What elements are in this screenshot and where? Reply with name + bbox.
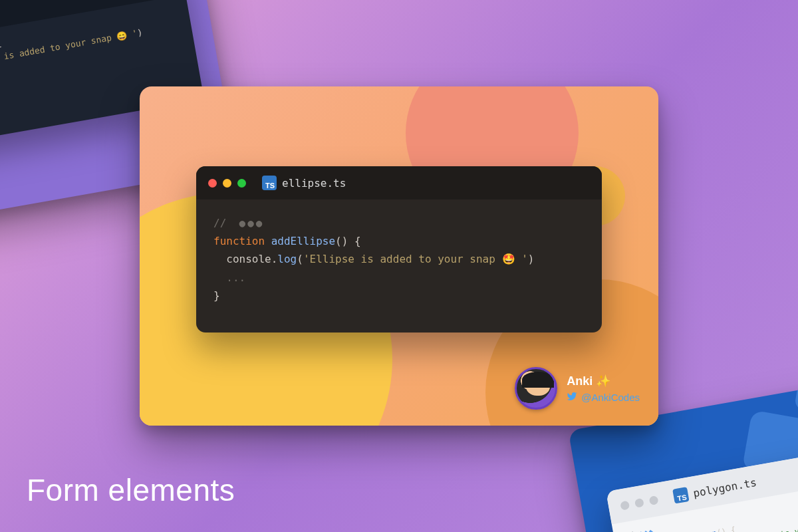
traffic-dot-icon: [634, 497, 644, 507]
file-name: ellipse.ts: [282, 177, 346, 190]
author-badge: Anki ✨ @AnkiCodes: [515, 367, 640, 410]
page-title: Form elements: [27, 472, 235, 508]
snap-card-ellipse: TS ellipse.ts // ●●● function addEllipse…: [140, 86, 658, 426]
author-handle-text: @AnkiCodes: [581, 392, 640, 403]
typescript-icon: TS: [672, 487, 689, 503]
file-badge: TS ellipse.ts: [262, 176, 346, 190]
author-name: Anki ✨: [567, 374, 640, 388]
close-icon[interactable]: [208, 179, 217, 188]
minimize-icon[interactable]: [223, 179, 231, 188]
twitter-icon: [567, 391, 577, 404]
traffic-dot-icon: [620, 500, 630, 510]
file-badge: TS polygon.ts: [672, 475, 757, 504]
file-name: polygon.ts: [692, 475, 757, 499]
maximize-icon[interactable]: [237, 179, 246, 188]
avatar[interactable]: [515, 367, 557, 410]
window-traffic-lights: [208, 179, 246, 188]
traffic-dot-icon: [648, 495, 658, 505]
editor-window-ellipse: TS ellipse.ts // ●●● function addEllipse…: [196, 166, 602, 332]
window-traffic-lights: [620, 495, 658, 510]
author-handle[interactable]: @AnkiCodes: [567, 391, 640, 404]
typescript-icon: TS: [262, 176, 277, 190]
editor-titlebar: TS ellipse.ts: [196, 166, 602, 200]
code-body: // ●●● function addEllipse() { console.l…: [196, 200, 602, 319]
decorative-square-icon: [794, 370, 798, 416]
